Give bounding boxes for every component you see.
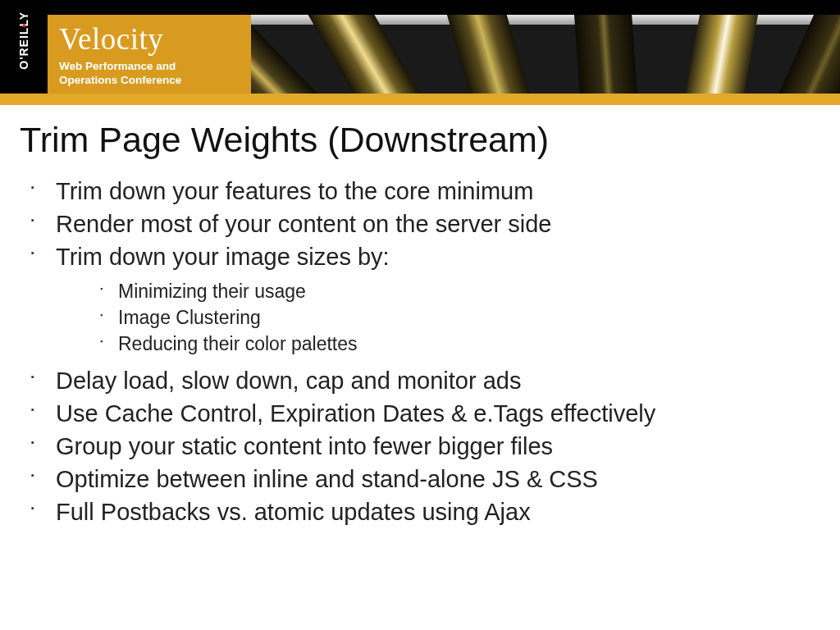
bullet-text: Reducing their color palettes	[118, 333, 358, 354]
list-item: Optimize between inline and stand-alone …	[20, 464, 824, 495]
list-item: Full Postbacks vs. atomic updates using …	[20, 497, 824, 527]
bullet-text: Trim down your image sizes by:	[56, 244, 390, 270]
header-accent-bar	[0, 94, 840, 105]
list-item: Render most of your content on the serve…	[20, 209, 824, 240]
bullet-text: Full Postbacks vs. atomic updates using …	[56, 499, 531, 525]
brand-block: Velocity Web Performance and Operations …	[48, 15, 251, 94]
list-item: Group your static content into fewer big…	[20, 431, 824, 462]
slide-title: Trim Page Weights (Downstream)	[20, 120, 824, 160]
slide-header: O'REILLY Velocity Web Performance and Op…	[0, 0, 840, 105]
brand-tagline: Web Performance and Operations Conferenc…	[59, 60, 241, 88]
publisher-text: O'REILLY	[17, 11, 30, 70]
list-item: Minimizing their usage	[92, 279, 824, 305]
brand-tagline-line1: Web Performance and	[59, 60, 176, 72]
bullet-text: Render most of your content on the serve…	[56, 211, 551, 237]
bullet-text: Trim down your features to the core mini…	[56, 178, 533, 204]
bullet-text: Minimizing their usage	[118, 281, 306, 302]
brand-title: Velocity	[59, 21, 241, 57]
header-top-strip	[0, 0, 840, 15]
sub-bullet-list: Minimizing their usage Image Clustering …	[92, 279, 824, 357]
turbine-image	[251, 15, 840, 94]
publisher-mark-icon	[23, 25, 25, 27]
list-item: Trim down your image sizes by: Minimizin…	[20, 242, 824, 357]
bullet-text: Image Clustering	[118, 307, 261, 328]
brand-tagline-line2: Operations Conference	[59, 74, 181, 86]
bullet-text: Optimize between inline and stand-alone …	[56, 466, 598, 492]
bullet-list: Trim down your features to the core mini…	[20, 176, 824, 527]
list-item: Use Cache Control, Expiration Dates & e.…	[20, 399, 824, 429]
turbine-blade-icon	[555, 15, 641, 94]
turbine-blade-icon	[762, 15, 840, 94]
slide-body: Trim Page Weights (Downstream) Trim down…	[0, 105, 840, 527]
bullet-text: Delay load, slow down, cap and monitor a…	[56, 368, 521, 394]
list-item: Image Clustering	[92, 305, 824, 331]
bullet-text: Use Cache Control, Expiration Dates & e.…	[56, 400, 655, 427]
list-item: Delay load, slow down, cap and monitor a…	[20, 366, 824, 396]
bullet-text: Group your static content into fewer big…	[56, 433, 553, 459]
list-item: Trim down your features to the core mini…	[20, 176, 824, 207]
publisher-block: O'REILLY	[0, 0, 48, 105]
list-item: Reducing their color palettes	[92, 331, 824, 358]
